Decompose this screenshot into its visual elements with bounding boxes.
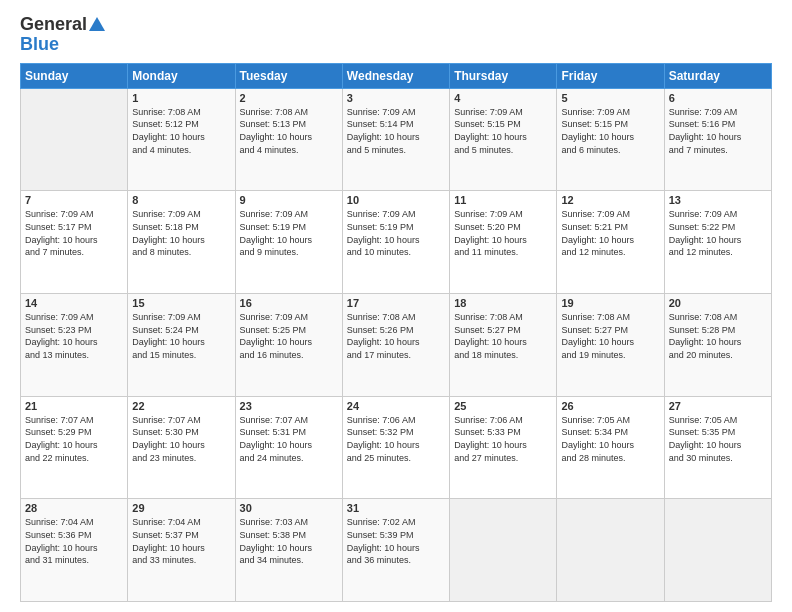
day-info: Sunrise: 7:05 AM Sunset: 5:35 PM Dayligh… <box>669 414 767 464</box>
calendar-cell: 21Sunrise: 7:07 AM Sunset: 5:29 PM Dayli… <box>21 396 128 499</box>
day-info: Sunrise: 7:04 AM Sunset: 5:37 PM Dayligh… <box>132 516 230 566</box>
day-number: 18 <box>454 297 552 309</box>
calendar-cell: 4Sunrise: 7:09 AM Sunset: 5:15 PM Daylig… <box>450 88 557 191</box>
calendar-cell: 2Sunrise: 7:08 AM Sunset: 5:13 PM Daylig… <box>235 88 342 191</box>
calendar-cell: 5Sunrise: 7:09 AM Sunset: 5:15 PM Daylig… <box>557 88 664 191</box>
day-info: Sunrise: 7:09 AM Sunset: 5:20 PM Dayligh… <box>454 208 552 258</box>
calendar-cell: 27Sunrise: 7:05 AM Sunset: 5:35 PM Dayli… <box>664 396 771 499</box>
day-number: 6 <box>669 92 767 104</box>
calendar-cell: 8Sunrise: 7:09 AM Sunset: 5:18 PM Daylig… <box>128 191 235 294</box>
day-number: 10 <box>347 194 445 206</box>
day-info: Sunrise: 7:09 AM Sunset: 5:15 PM Dayligh… <box>561 106 659 156</box>
day-info: Sunrise: 7:06 AM Sunset: 5:33 PM Dayligh… <box>454 414 552 464</box>
day-number: 12 <box>561 194 659 206</box>
day-number: 22 <box>132 400 230 412</box>
day-info: Sunrise: 7:09 AM Sunset: 5:14 PM Dayligh… <box>347 106 445 156</box>
logo-blue: Blue <box>20 35 59 55</box>
day-info: Sunrise: 7:08 AM Sunset: 5:28 PM Dayligh… <box>669 311 767 361</box>
calendar-header-thursday: Thursday <box>450 63 557 88</box>
day-number: 20 <box>669 297 767 309</box>
day-number: 27 <box>669 400 767 412</box>
day-info: Sunrise: 7:08 AM Sunset: 5:12 PM Dayligh… <box>132 106 230 156</box>
day-info: Sunrise: 7:09 AM Sunset: 5:22 PM Dayligh… <box>669 208 767 258</box>
calendar-cell: 18Sunrise: 7:08 AM Sunset: 5:27 PM Dayli… <box>450 294 557 397</box>
day-number: 17 <box>347 297 445 309</box>
calendar-cell: 29Sunrise: 7:04 AM Sunset: 5:37 PM Dayli… <box>128 499 235 602</box>
page: General Blue SundayMondayTuesdayWednesda… <box>0 0 792 612</box>
day-number: 30 <box>240 502 338 514</box>
calendar-cell <box>664 499 771 602</box>
calendar-header-saturday: Saturday <box>664 63 771 88</box>
calendar-week-3: 14Sunrise: 7:09 AM Sunset: 5:23 PM Dayli… <box>21 294 772 397</box>
calendar-header-sunday: Sunday <box>21 63 128 88</box>
calendar-cell: 22Sunrise: 7:07 AM Sunset: 5:30 PM Dayli… <box>128 396 235 499</box>
day-info: Sunrise: 7:05 AM Sunset: 5:34 PM Dayligh… <box>561 414 659 464</box>
calendar-header-friday: Friday <box>557 63 664 88</box>
calendar-cell: 11Sunrise: 7:09 AM Sunset: 5:20 PM Dayli… <box>450 191 557 294</box>
day-number: 31 <box>347 502 445 514</box>
day-number: 25 <box>454 400 552 412</box>
day-number: 23 <box>240 400 338 412</box>
day-number: 13 <box>669 194 767 206</box>
day-number: 29 <box>132 502 230 514</box>
calendar-cell: 30Sunrise: 7:03 AM Sunset: 5:38 PM Dayli… <box>235 499 342 602</box>
calendar-cell: 16Sunrise: 7:09 AM Sunset: 5:25 PM Dayli… <box>235 294 342 397</box>
calendar-cell: 31Sunrise: 7:02 AM Sunset: 5:39 PM Dayli… <box>342 499 449 602</box>
day-info: Sunrise: 7:07 AM Sunset: 5:29 PM Dayligh… <box>25 414 123 464</box>
day-info: Sunrise: 7:09 AM Sunset: 5:19 PM Dayligh… <box>240 208 338 258</box>
calendar-header-row: SundayMondayTuesdayWednesdayThursdayFrid… <box>21 63 772 88</box>
calendar-cell: 10Sunrise: 7:09 AM Sunset: 5:19 PM Dayli… <box>342 191 449 294</box>
calendar-cell <box>21 88 128 191</box>
day-number: 16 <box>240 297 338 309</box>
day-number: 2 <box>240 92 338 104</box>
calendar-cell: 17Sunrise: 7:08 AM Sunset: 5:26 PM Dayli… <box>342 294 449 397</box>
day-number: 3 <box>347 92 445 104</box>
calendar-cell: 20Sunrise: 7:08 AM Sunset: 5:28 PM Dayli… <box>664 294 771 397</box>
calendar-cell: 6Sunrise: 7:09 AM Sunset: 5:16 PM Daylig… <box>664 88 771 191</box>
day-number: 28 <box>25 502 123 514</box>
logo: General Blue <box>20 15 107 55</box>
day-info: Sunrise: 7:08 AM Sunset: 5:27 PM Dayligh… <box>561 311 659 361</box>
day-number: 14 <box>25 297 123 309</box>
calendar-cell: 1Sunrise: 7:08 AM Sunset: 5:12 PM Daylig… <box>128 88 235 191</box>
calendar-header-tuesday: Tuesday <box>235 63 342 88</box>
calendar-cell: 14Sunrise: 7:09 AM Sunset: 5:23 PM Dayli… <box>21 294 128 397</box>
day-number: 24 <box>347 400 445 412</box>
logo-icon <box>87 15 107 35</box>
day-number: 8 <box>132 194 230 206</box>
calendar-cell <box>557 499 664 602</box>
calendar-cell: 15Sunrise: 7:09 AM Sunset: 5:24 PM Dayli… <box>128 294 235 397</box>
calendar-week-5: 28Sunrise: 7:04 AM Sunset: 5:36 PM Dayli… <box>21 499 772 602</box>
calendar-cell <box>450 499 557 602</box>
calendar-cell: 12Sunrise: 7:09 AM Sunset: 5:21 PM Dayli… <box>557 191 664 294</box>
calendar-week-1: 1Sunrise: 7:08 AM Sunset: 5:12 PM Daylig… <box>21 88 772 191</box>
day-info: Sunrise: 7:06 AM Sunset: 5:32 PM Dayligh… <box>347 414 445 464</box>
calendar-cell: 28Sunrise: 7:04 AM Sunset: 5:36 PM Dayli… <box>21 499 128 602</box>
calendar-week-2: 7Sunrise: 7:09 AM Sunset: 5:17 PM Daylig… <box>21 191 772 294</box>
day-info: Sunrise: 7:09 AM Sunset: 5:19 PM Dayligh… <box>347 208 445 258</box>
calendar-cell: 25Sunrise: 7:06 AM Sunset: 5:33 PM Dayli… <box>450 396 557 499</box>
day-number: 4 <box>454 92 552 104</box>
day-info: Sunrise: 7:07 AM Sunset: 5:30 PM Dayligh… <box>132 414 230 464</box>
day-info: Sunrise: 7:09 AM Sunset: 5:25 PM Dayligh… <box>240 311 338 361</box>
day-info: Sunrise: 7:03 AM Sunset: 5:38 PM Dayligh… <box>240 516 338 566</box>
day-info: Sunrise: 7:08 AM Sunset: 5:27 PM Dayligh… <box>454 311 552 361</box>
calendar-header-monday: Monday <box>128 63 235 88</box>
day-number: 1 <box>132 92 230 104</box>
day-info: Sunrise: 7:09 AM Sunset: 5:23 PM Dayligh… <box>25 311 123 361</box>
day-info: Sunrise: 7:09 AM Sunset: 5:15 PM Dayligh… <box>454 106 552 156</box>
day-number: 9 <box>240 194 338 206</box>
calendar-cell: 9Sunrise: 7:09 AM Sunset: 5:19 PM Daylig… <box>235 191 342 294</box>
day-info: Sunrise: 7:07 AM Sunset: 5:31 PM Dayligh… <box>240 414 338 464</box>
day-info: Sunrise: 7:09 AM Sunset: 5:18 PM Dayligh… <box>132 208 230 258</box>
calendar-cell: 24Sunrise: 7:06 AM Sunset: 5:32 PM Dayli… <box>342 396 449 499</box>
day-info: Sunrise: 7:09 AM Sunset: 5:24 PM Dayligh… <box>132 311 230 361</box>
day-number: 11 <box>454 194 552 206</box>
calendar-cell: 13Sunrise: 7:09 AM Sunset: 5:22 PM Dayli… <box>664 191 771 294</box>
calendar-header-wednesday: Wednesday <box>342 63 449 88</box>
day-info: Sunrise: 7:02 AM Sunset: 5:39 PM Dayligh… <box>347 516 445 566</box>
logo-general: General <box>20 15 87 35</box>
day-number: 21 <box>25 400 123 412</box>
calendar-cell: 7Sunrise: 7:09 AM Sunset: 5:17 PM Daylig… <box>21 191 128 294</box>
day-number: 26 <box>561 400 659 412</box>
